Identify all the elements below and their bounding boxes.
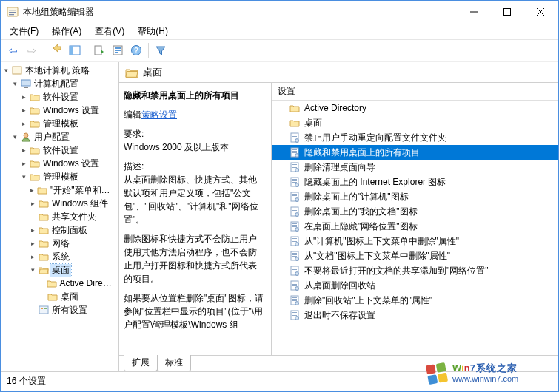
svg-rect-60	[292, 238, 297, 239]
svg-point-38	[295, 169, 299, 172]
svg-rect-35	[292, 164, 297, 165]
tree-desktop[interactable]: 桌面	[50, 264, 71, 277]
close-button[interactable]	[523, 1, 557, 22]
list-item[interactable]: Active Directory	[272, 101, 558, 115]
list-item-label: 隐藏桌面上的 Internet Explorer 图标	[304, 176, 446, 189]
pane-header: 桌面	[119, 62, 558, 83]
tree-admin-tpl2[interactable]: 管理模板	[41, 171, 80, 183]
list-item[interactable]: 禁止用户手动重定向配置文件文件夹	[272, 130, 558, 145]
folder-icon	[30, 172, 40, 182]
setting-icon	[289, 310, 300, 320]
svg-rect-25	[292, 135, 297, 135]
tree-system[interactable]: 系统	[50, 251, 71, 263]
list-item[interactable]: 桌面	[272, 115, 558, 130]
svg-point-88	[295, 317, 299, 320]
svg-rect-81	[292, 299, 297, 300]
status-bar: 16 个设置	[1, 371, 558, 391]
tree-startmenu[interactable]: "开始"菜单和任务栏	[49, 184, 116, 197]
user-icon	[21, 132, 31, 142]
setting-icon	[289, 162, 300, 172]
refresh-button[interactable]	[110, 42, 126, 58]
svg-rect-56	[292, 225, 297, 226]
edit-policy-link[interactable]: 策略设置	[141, 109, 177, 120]
help-button[interactable]: ?	[128, 42, 144, 58]
menu-view[interactable]: 查看(V)	[89, 24, 130, 39]
tree-root[interactable]: 本地计算机 策略	[24, 64, 91, 77]
setting-icon	[289, 295, 300, 305]
list-item[interactable]: 从桌面删除回收站	[272, 278, 558, 293]
back-button[interactable]: ⇦	[5, 42, 21, 58]
list-item[interactable]: 从"文档"图标上下文菜单中删除"属性"	[272, 249, 558, 263]
svg-point-53	[295, 213, 299, 217]
tree-software2[interactable]: 软件设置	[41, 144, 80, 157]
folder-icon	[30, 92, 40, 102]
separator	[87, 43, 87, 58]
menu-bar: 文件(F) 操作(A) 查看(V) 帮助(H)	[1, 23, 558, 39]
setting-icon	[289, 221, 300, 232]
column-header[interactable]: 设置	[272, 83, 558, 101]
svg-rect-62	[292, 241, 297, 242]
svg-point-20	[24, 133, 28, 138]
app-icon	[7, 6, 19, 18]
title-bar: 本地组策略编辑器	[1, 1, 558, 23]
svg-rect-36	[292, 166, 297, 166]
folder-icon	[30, 145, 40, 155]
svg-rect-31	[292, 151, 297, 152]
folder-icon	[47, 278, 57, 288]
maximize-button[interactable]	[490, 1, 523, 22]
list-item[interactable]: 删除"回收站"上下文菜单的"属性"	[272, 293, 558, 308]
pane-title: 桌面	[143, 66, 162, 79]
svg-rect-32	[292, 152, 297, 153]
tree-allsettings[interactable]: 所有设置	[50, 304, 89, 317]
menu-action[interactable]: 操作(A)	[46, 24, 87, 39]
svg-point-83	[295, 302, 299, 305]
list-item-label: 在桌面上隐藏"网络位置"图标	[304, 220, 418, 233]
list-item[interactable]: 删除桌面上的"我的文档"图标	[272, 204, 558, 219]
tree-shared[interactable]: 共享文件夹	[50, 211, 98, 223]
list-item[interactable]: 在桌面上隐藏"网络位置"图标	[272, 219, 558, 234]
list-item[interactable]: 隐藏桌面上的 Internet Explorer 图标	[272, 175, 558, 189]
folder-icon	[39, 238, 49, 249]
list-body[interactable]: Active Directory桌面禁止用户手动重定向配置文件文件夹隐藏和禁用桌…	[272, 101, 558, 355]
tree-windows2[interactable]: Windows 设置	[41, 158, 101, 170]
tree-wincomp[interactable]: Windows 组件	[50, 197, 110, 210]
tree-ad[interactable]: Active Directory	[58, 278, 116, 288]
svg-rect-66	[292, 254, 297, 255]
list-item-label: 从桌面删除回收站	[304, 280, 375, 292]
show-hide-tree-button[interactable]	[67, 42, 83, 58]
menu-help[interactable]: 帮助(H)	[132, 24, 174, 39]
svg-rect-23	[44, 308, 47, 309]
tree-user-cfg[interactable]: 用户配置	[33, 131, 71, 143]
list-item[interactable]: 从"计算机"图标上下文菜单中删除"属性"	[272, 234, 558, 249]
tab-extended[interactable]: 扩展	[124, 355, 158, 371]
view-tabs: 扩展 标准	[119, 355, 558, 371]
tree-software[interactable]: 软件设置	[41, 91, 80, 104]
filter-button[interactable]	[153, 42, 169, 58]
list-item[interactable]: 隐藏和禁用桌面上的所有项目	[272, 145, 558, 160]
tree-desktop-sub[interactable]: 桌面	[59, 291, 80, 303]
tab-standard[interactable]: 标准	[157, 355, 191, 371]
minimize-button[interactable]	[457, 1, 490, 22]
folder-icon	[39, 225, 49, 235]
export-button[interactable]	[91, 42, 107, 58]
nav-tree[interactable]: ▾本地计算机 策略 ▾计算机配置 ▸软件设置 ▸Windows 设置 ▸管理模板…	[1, 62, 119, 371]
tree-network[interactable]: 网络	[50, 237, 71, 250]
tree-admin-tpl[interactable]: 管理模板	[41, 118, 80, 130]
svg-rect-2	[9, 12, 16, 13]
svg-rect-30	[292, 149, 297, 150]
menu-file[interactable]: 文件(F)	[4, 24, 44, 39]
all-settings-icon	[39, 305, 49, 315]
list-item[interactable]: 退出时不保存设置	[272, 308, 558, 322]
tree-computer-cfg[interactable]: 计算机配置	[33, 78, 80, 90]
list-item-label: 删除"回收站"上下文菜单的"属性"	[304, 294, 432, 307]
svg-rect-57	[292, 226, 297, 227]
list-item[interactable]: 删除清理桌面向导	[272, 160, 558, 175]
window-title: 本地组策略编辑器	[23, 6, 457, 18]
list-item[interactable]: 删除桌面上的"计算机"图标	[272, 189, 558, 204]
list-item[interactable]: 不要将最近打开的文档的共享添加到"网络位置"	[272, 263, 558, 278]
folder-open-icon	[125, 67, 138, 78]
up-button[interactable]	[48, 42, 64, 58]
tree-windows[interactable]: Windows 设置	[41, 104, 101, 117]
svg-point-63	[295, 243, 299, 246]
tree-cpanel[interactable]: 控制面板	[50, 224, 89, 237]
